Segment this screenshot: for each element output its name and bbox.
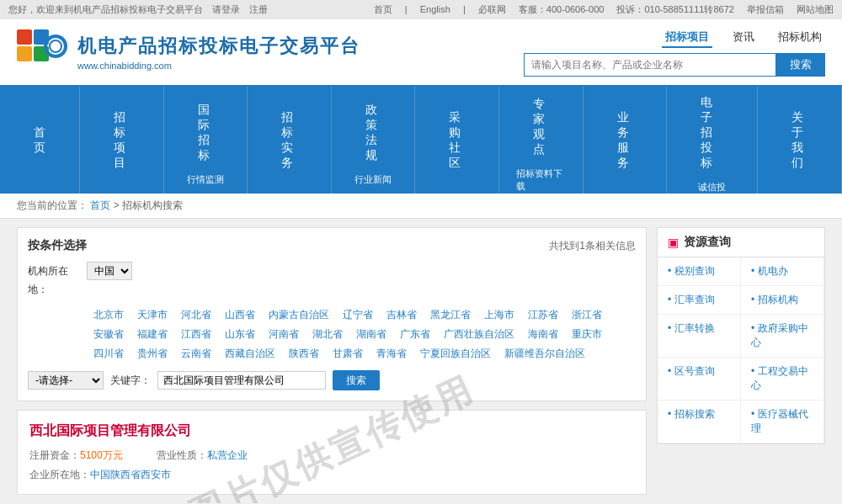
- header: 机电产品招标投标电子交易平台 www.chinabidding.com 招标项目…: [0, 19, 842, 87]
- nav-bid-project[interactable]: 招标项目: [80, 87, 164, 194]
- home-link[interactable]: 首页: [374, 4, 392, 14]
- breadcrumb-location-label: 您当前的位置：: [17, 199, 88, 211]
- tab-bid-org[interactable]: 招标机构: [775, 28, 825, 48]
- nav-e-bid[interactable]: 电子招投标 诚信投: [667, 87, 758, 194]
- region-item[interactable]: 重庆市: [565, 325, 609, 344]
- nav-home[interactable]: 首页: [0, 87, 80, 194]
- region-item[interactable]: 吉林省: [380, 305, 424, 325]
- top-bar-left: 您好，欢迎来到机电产品招标投标电子交易平台 请登录 注册: [8, 3, 268, 16]
- business-value: 私营企业: [207, 449, 248, 461]
- filter-title-row: 按条件选择 共找到1条相关信息: [28, 238, 636, 253]
- region-item[interactable]: 甘肃省: [326, 344, 370, 363]
- keyword-type-select[interactable]: -请选择-: [28, 371, 104, 390]
- tab-bid-project[interactable]: 招标项目: [662, 28, 712, 48]
- nav-community-label: 采购社区: [432, 102, 482, 179]
- region-item[interactable]: 湖北省: [306, 325, 349, 344]
- region-item[interactable]: 广西壮族自治区: [437, 325, 521, 344]
- english-link[interactable]: English: [420, 4, 450, 14]
- region-item[interactable]: 北京市: [87, 305, 131, 325]
- region-item[interactable]: 新疆维吾尔自治区: [498, 344, 592, 363]
- region-item[interactable]: 山东省: [218, 325, 262, 344]
- tab-news[interactable]: 资讯: [729, 28, 758, 48]
- region-item[interactable]: 西藏自治区: [218, 344, 282, 363]
- nav-expert[interactable]: 专家观点 招标资料下载: [499, 87, 584, 194]
- nav-service[interactable]: 业务服务: [584, 87, 668, 194]
- region-item[interactable]: 云南省: [174, 344, 218, 363]
- logo-icon: [17, 29, 67, 76]
- region-item[interactable]: 黑龙江省: [424, 305, 477, 325]
- region-item[interactable]: 天津市: [131, 305, 174, 325]
- resource-item[interactable]: 招标搜索: [658, 401, 741, 443]
- region-item[interactable]: 湖南省: [349, 325, 393, 344]
- region-item[interactable]: 河南省: [262, 325, 306, 344]
- nav-policy[interactable]: 政策法规 行业新闻: [332, 87, 416, 194]
- resource-item[interactable]: 招标机构: [741, 286, 824, 315]
- region-item[interactable]: 福建省: [131, 325, 174, 344]
- filter-count: 共找到1条相关信息: [549, 239, 636, 253]
- region-item[interactable]: 河北省: [174, 305, 218, 325]
- resource-item[interactable]: 汇率转换: [658, 315, 741, 358]
- keyword-search-button[interactable]: 搜索: [333, 370, 380, 390]
- region-item[interactable]: 辽宁省: [336, 305, 380, 325]
- complaint-text: 投诉：010-58851111转8672: [616, 4, 733, 14]
- login-link[interactable]: 请登录: [212, 4, 240, 14]
- breadcrumb-home[interactable]: 首页: [90, 199, 110, 211]
- location-select[interactable]: 中国: [87, 262, 132, 280]
- search-area: 搜索: [524, 53, 825, 77]
- service-text: 客服：400-0606-000: [519, 4, 605, 14]
- svg-rect-2: [17, 46, 32, 61]
- keyword-input[interactable]: [157, 371, 326, 390]
- region-item[interactable]: 江西省: [174, 325, 218, 344]
- region-item[interactable]: 内蒙古自治区: [262, 305, 336, 325]
- breadcrumb: 您当前的位置： 首页 > 招标机构搜索: [0, 194, 842, 219]
- keyword-row: -请选择- 关键字： 搜索: [28, 370, 636, 390]
- svg-rect-0: [17, 29, 32, 45]
- svg-point-4: [45, 36, 66, 56]
- region-item[interactable]: 青海省: [370, 344, 413, 363]
- region-item[interactable]: 宁夏回族自治区: [413, 344, 498, 363]
- resource-item[interactable]: 区号查询: [658, 358, 741, 401]
- report-link[interactable]: 举报信箱: [747, 4, 784, 14]
- resource-item[interactable]: 机电办: [741, 257, 824, 286]
- search-input[interactable]: [524, 53, 776, 77]
- resource-item[interactable]: 工程交易中心: [741, 358, 824, 401]
- region-grid: 北京市天津市河北省山西省内蒙古自治区辽宁省吉林省黑龙江省上海市江苏省浙江省安徽省…: [87, 305, 636, 363]
- search-button[interactable]: 搜索: [776, 53, 825, 77]
- breadcrumb-current: 招标机构搜索: [122, 199, 183, 211]
- result-card: 西北国际项目管理有限公司 注册资金：5100万元 营业性质：私营企业 企业所在地…: [17, 410, 647, 495]
- keyword-label: 关键字：: [110, 374, 151, 388]
- resource-item[interactable]: 医疗器械代理: [741, 401, 824, 443]
- filter-location-value: 中国: [87, 262, 132, 280]
- resource-item[interactable]: 政府采购中心: [741, 315, 824, 358]
- nav-service-label: 业务服务: [600, 102, 650, 179]
- sitemap-link[interactable]: 网站地图: [797, 4, 834, 14]
- region-item[interactable]: 四川省: [87, 344, 131, 363]
- region-item[interactable]: 安徽省: [87, 325, 131, 344]
- nav-international-label: 国际招标: [181, 94, 231, 172]
- info-row-location: 企业所在地：中国陕西省西安市: [29, 468, 634, 482]
- nav-home-label: 首页: [17, 117, 62, 164]
- nav-community[interactable]: 采购社区: [415, 87, 499, 194]
- region-item[interactable]: 浙江省: [565, 305, 609, 325]
- region-item[interactable]: 海南省: [521, 325, 565, 344]
- resource-icon: ▣: [668, 236, 679, 249]
- resource-item[interactable]: 税别查询: [658, 257, 741, 286]
- region-item[interactable]: 陕西省: [282, 344, 326, 363]
- region-item[interactable]: 贵州省: [131, 344, 174, 363]
- logo-subtitle: www.chinabidding.com: [77, 61, 360, 71]
- result-title[interactable]: 西北国际项目管理有限公司: [29, 422, 634, 440]
- nav-international[interactable]: 国际招标 行情监测: [164, 87, 248, 194]
- resource-item[interactable]: 汇率查询: [658, 286, 741, 315]
- nav-about[interactable]: 关于我们: [758, 87, 842, 194]
- region-item[interactable]: 江苏省: [521, 305, 565, 325]
- info-row-capital: 注册资金：5100万元 营业性质：私营企业: [29, 448, 634, 463]
- nav-bid-project-label: 招标项目: [97, 102, 147, 179]
- register-link[interactable]: 注册: [249, 4, 268, 14]
- resource-grid: 税别查询机电办汇率查询招标机构汇率转换政府采购中心区号查询工程交易中心招标搜索医…: [658, 257, 824, 443]
- required-link[interactable]: 必联网: [478, 4, 506, 14]
- region-item[interactable]: 上海市: [477, 305, 521, 325]
- region-item[interactable]: 广东省: [393, 325, 437, 344]
- nav-practice[interactable]: 招标实务: [248, 87, 332, 194]
- region-item[interactable]: 山西省: [218, 305, 262, 325]
- logo-title: 机电产品招标投标电子交易平台: [77, 34, 360, 59]
